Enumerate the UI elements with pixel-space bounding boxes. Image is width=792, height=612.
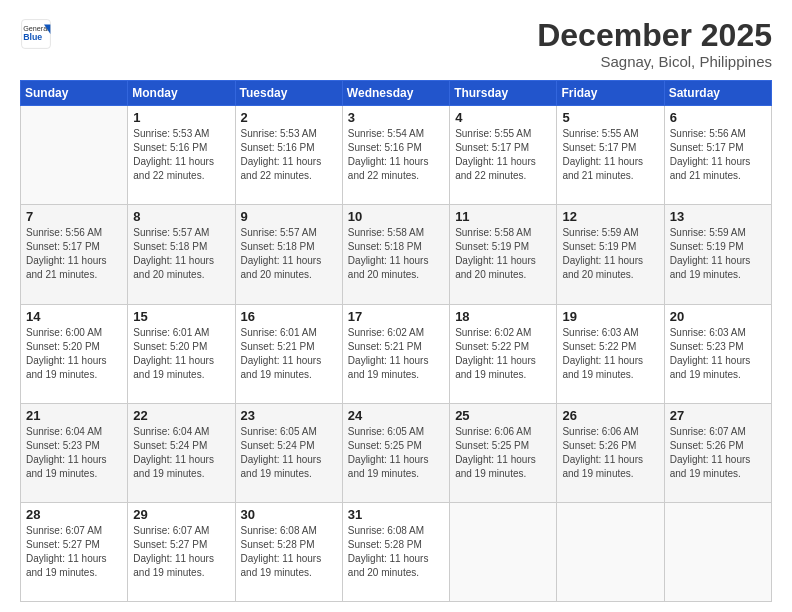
- cell-date: 14: [26, 309, 122, 324]
- calendar-week-row: 14Sunrise: 6:00 AM Sunset: 5:20 PM Dayli…: [21, 304, 772, 403]
- cell-info: Sunrise: 6:07 AM Sunset: 5:27 PM Dayligh…: [26, 524, 122, 580]
- cell-date: 12: [562, 209, 658, 224]
- cell-info: Sunrise: 6:01 AM Sunset: 5:20 PM Dayligh…: [133, 326, 229, 382]
- cell-info: Sunrise: 5:56 AM Sunset: 5:17 PM Dayligh…: [26, 226, 122, 282]
- table-row: 19Sunrise: 6:03 AM Sunset: 5:22 PM Dayli…: [557, 304, 664, 403]
- table-row: 5Sunrise: 5:55 AM Sunset: 5:17 PM Daylig…: [557, 106, 664, 205]
- table-row: 30Sunrise: 6:08 AM Sunset: 5:28 PM Dayli…: [235, 502, 342, 601]
- table-row: 10Sunrise: 5:58 AM Sunset: 5:18 PM Dayli…: [342, 205, 449, 304]
- cell-info: Sunrise: 6:05 AM Sunset: 5:24 PM Dayligh…: [241, 425, 337, 481]
- col-sunday: Sunday: [21, 81, 128, 106]
- cell-date: 11: [455, 209, 551, 224]
- table-row: 22Sunrise: 6:04 AM Sunset: 5:24 PM Dayli…: [128, 403, 235, 502]
- cell-date: 30: [241, 507, 337, 522]
- table-row: 15Sunrise: 6:01 AM Sunset: 5:20 PM Dayli…: [128, 304, 235, 403]
- cell-info: Sunrise: 5:59 AM Sunset: 5:19 PM Dayligh…: [562, 226, 658, 282]
- month-title: December 2025: [537, 18, 772, 53]
- cell-date: 7: [26, 209, 122, 224]
- table-row: 16Sunrise: 6:01 AM Sunset: 5:21 PM Dayli…: [235, 304, 342, 403]
- table-row: 18Sunrise: 6:02 AM Sunset: 5:22 PM Dayli…: [450, 304, 557, 403]
- calendar-header-row: Sunday Monday Tuesday Wednesday Thursday…: [21, 81, 772, 106]
- table-row: [450, 502, 557, 601]
- table-row: 14Sunrise: 6:00 AM Sunset: 5:20 PM Dayli…: [21, 304, 128, 403]
- cell-info: Sunrise: 5:54 AM Sunset: 5:16 PM Dayligh…: [348, 127, 444, 183]
- location: Sagnay, Bicol, Philippines: [537, 53, 772, 70]
- table-row: 8Sunrise: 5:57 AM Sunset: 5:18 PM Daylig…: [128, 205, 235, 304]
- cell-info: Sunrise: 6:03 AM Sunset: 5:23 PM Dayligh…: [670, 326, 766, 382]
- cell-date: 26: [562, 408, 658, 423]
- table-row: 20Sunrise: 6:03 AM Sunset: 5:23 PM Dayli…: [664, 304, 771, 403]
- cell-date: 27: [670, 408, 766, 423]
- cell-date: 20: [670, 309, 766, 324]
- table-row: 13Sunrise: 5:59 AM Sunset: 5:19 PM Dayli…: [664, 205, 771, 304]
- cell-date: 15: [133, 309, 229, 324]
- table-row: 6Sunrise: 5:56 AM Sunset: 5:17 PM Daylig…: [664, 106, 771, 205]
- cell-date: 25: [455, 408, 551, 423]
- cell-info: Sunrise: 6:08 AM Sunset: 5:28 PM Dayligh…: [241, 524, 337, 580]
- cell-info: Sunrise: 5:53 AM Sunset: 5:16 PM Dayligh…: [241, 127, 337, 183]
- cell-date: 29: [133, 507, 229, 522]
- cell-info: Sunrise: 5:58 AM Sunset: 5:19 PM Dayligh…: [455, 226, 551, 282]
- table-row: 7Sunrise: 5:56 AM Sunset: 5:17 PM Daylig…: [21, 205, 128, 304]
- cell-date: 28: [26, 507, 122, 522]
- table-row: [664, 502, 771, 601]
- cell-info: Sunrise: 5:55 AM Sunset: 5:17 PM Dayligh…: [562, 127, 658, 183]
- col-thursday: Thursday: [450, 81, 557, 106]
- cell-date: 24: [348, 408, 444, 423]
- cell-info: Sunrise: 6:06 AM Sunset: 5:26 PM Dayligh…: [562, 425, 658, 481]
- table-row: 9Sunrise: 5:57 AM Sunset: 5:18 PM Daylig…: [235, 205, 342, 304]
- title-block: December 2025 Sagnay, Bicol, Philippines: [537, 18, 772, 70]
- cell-info: Sunrise: 5:53 AM Sunset: 5:16 PM Dayligh…: [133, 127, 229, 183]
- table-row: 25Sunrise: 6:06 AM Sunset: 5:25 PM Dayli…: [450, 403, 557, 502]
- cell-date: 8: [133, 209, 229, 224]
- cell-info: Sunrise: 6:07 AM Sunset: 5:27 PM Dayligh…: [133, 524, 229, 580]
- cell-date: 19: [562, 309, 658, 324]
- table-row: [21, 106, 128, 205]
- table-row: 4Sunrise: 5:55 AM Sunset: 5:17 PM Daylig…: [450, 106, 557, 205]
- table-row: 2Sunrise: 5:53 AM Sunset: 5:16 PM Daylig…: [235, 106, 342, 205]
- cell-date: 3: [348, 110, 444, 125]
- table-row: 11Sunrise: 5:58 AM Sunset: 5:19 PM Dayli…: [450, 205, 557, 304]
- cell-date: 18: [455, 309, 551, 324]
- cell-date: 22: [133, 408, 229, 423]
- table-row: 28Sunrise: 6:07 AM Sunset: 5:27 PM Dayli…: [21, 502, 128, 601]
- cell-date: 13: [670, 209, 766, 224]
- cell-info: Sunrise: 6:02 AM Sunset: 5:21 PM Dayligh…: [348, 326, 444, 382]
- cell-info: Sunrise: 6:06 AM Sunset: 5:25 PM Dayligh…: [455, 425, 551, 481]
- cell-info: Sunrise: 6:07 AM Sunset: 5:26 PM Dayligh…: [670, 425, 766, 481]
- calendar-week-row: 1Sunrise: 5:53 AM Sunset: 5:16 PM Daylig…: [21, 106, 772, 205]
- cell-info: Sunrise: 6:04 AM Sunset: 5:24 PM Dayligh…: [133, 425, 229, 481]
- calendar-week-row: 21Sunrise: 6:04 AM Sunset: 5:23 PM Dayli…: [21, 403, 772, 502]
- col-wednesday: Wednesday: [342, 81, 449, 106]
- cell-info: Sunrise: 6:04 AM Sunset: 5:23 PM Dayligh…: [26, 425, 122, 481]
- logo: General Blue: [20, 18, 52, 50]
- cell-date: 10: [348, 209, 444, 224]
- table-row: 23Sunrise: 6:05 AM Sunset: 5:24 PM Dayli…: [235, 403, 342, 502]
- cell-date: 4: [455, 110, 551, 125]
- table-row: 17Sunrise: 6:02 AM Sunset: 5:21 PM Dayli…: [342, 304, 449, 403]
- cell-info: Sunrise: 6:01 AM Sunset: 5:21 PM Dayligh…: [241, 326, 337, 382]
- table-row: 21Sunrise: 6:04 AM Sunset: 5:23 PM Dayli…: [21, 403, 128, 502]
- col-saturday: Saturday: [664, 81, 771, 106]
- cell-date: 31: [348, 507, 444, 522]
- table-row: 12Sunrise: 5:59 AM Sunset: 5:19 PM Dayli…: [557, 205, 664, 304]
- cell-date: 21: [26, 408, 122, 423]
- cell-info: Sunrise: 6:08 AM Sunset: 5:28 PM Dayligh…: [348, 524, 444, 580]
- calendar-week-row: 7Sunrise: 5:56 AM Sunset: 5:17 PM Daylig…: [21, 205, 772, 304]
- cell-info: Sunrise: 6:03 AM Sunset: 5:22 PM Dayligh…: [562, 326, 658, 382]
- cell-date: 9: [241, 209, 337, 224]
- col-tuesday: Tuesday: [235, 81, 342, 106]
- calendar-week-row: 28Sunrise: 6:07 AM Sunset: 5:27 PM Dayli…: [21, 502, 772, 601]
- cell-date: 16: [241, 309, 337, 324]
- table-row: 31Sunrise: 6:08 AM Sunset: 5:28 PM Dayli…: [342, 502, 449, 601]
- logo-icon: General Blue: [20, 18, 52, 50]
- cell-date: 6: [670, 110, 766, 125]
- cell-info: Sunrise: 5:57 AM Sunset: 5:18 PM Dayligh…: [241, 226, 337, 282]
- cell-date: 5: [562, 110, 658, 125]
- col-monday: Monday: [128, 81, 235, 106]
- svg-text:Blue: Blue: [23, 32, 42, 42]
- cell-info: Sunrise: 6:00 AM Sunset: 5:20 PM Dayligh…: [26, 326, 122, 382]
- table-row: 26Sunrise: 6:06 AM Sunset: 5:26 PM Dayli…: [557, 403, 664, 502]
- table-row: 24Sunrise: 6:05 AM Sunset: 5:25 PM Dayli…: [342, 403, 449, 502]
- cell-date: 2: [241, 110, 337, 125]
